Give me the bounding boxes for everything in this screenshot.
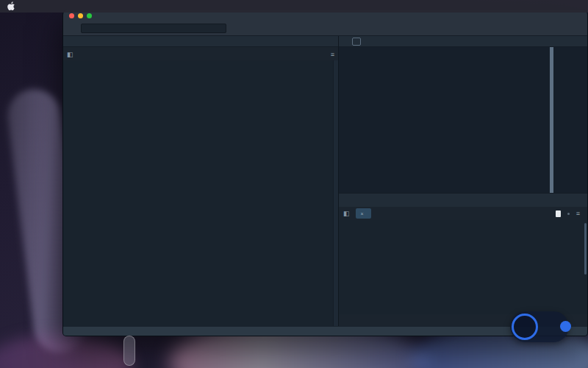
plots-zoom-level[interactable] [352, 38, 361, 46]
new-console-icon[interactable] [556, 210, 561, 217]
expand-widget-button[interactable] [560, 321, 571, 332]
console-tab-bar: ◧ × ≡ [339, 207, 587, 220]
working-directory-selector[interactable] [81, 24, 226, 33]
console-options-icon[interactable]: ≡ [576, 210, 580, 217]
apple-menu[interactable] [7, 1, 15, 11]
console-status-dot [567, 213, 570, 215]
code-editor[interactable] [63, 60, 338, 326]
ipython-console[interactable] [339, 220, 587, 314]
dock [123, 336, 135, 366]
console-scrollbar[interactable] [584, 223, 587, 275]
desktop: ◧ ≡ [0, 0, 588, 368]
minimize-window-button[interactable] [78, 13, 83, 18]
wallpaper-streak-purple [0, 335, 132, 368]
close-console-icon[interactable]: × [361, 211, 364, 216]
browse-tabs-icon[interactable]: ◧ [67, 52, 74, 58]
plots-canvas [339, 47, 587, 194]
memory-monitor-widget[interactable] [510, 311, 569, 342]
spyder-window: ◧ ≡ [62, 9, 588, 336]
browse-consoles-icon[interactable]: ◧ [343, 210, 350, 217]
memory-gauge[interactable] [512, 314, 538, 340]
main-toolbar [63, 21, 587, 36]
plots-thumbnail-list[interactable] [553, 47, 587, 193]
close-window-button[interactable] [69, 13, 74, 18]
status-bar [63, 326, 587, 336]
console-tools: ≡ [556, 210, 583, 217]
breadcrumb[interactable] [63, 36, 338, 47]
editor-options-icon[interactable]: ≡ [331, 52, 334, 58]
editor-tab-bar: ◧ ≡ [63, 47, 338, 60]
console-tab[interactable]: × [356, 208, 371, 219]
editor-pane: ◧ ≡ [63, 36, 339, 326]
right-panel-tab-bar [339, 194, 587, 207]
main-area: ◧ ≡ [63, 36, 587, 326]
menu-bar [0, 0, 588, 13]
plots-toolbar [339, 36, 587, 47]
editor-scrollbar[interactable] [333, 60, 338, 326]
right-panel: ◧ × ≡ [339, 36, 587, 326]
zoom-window-button[interactable] [87, 13, 92, 18]
